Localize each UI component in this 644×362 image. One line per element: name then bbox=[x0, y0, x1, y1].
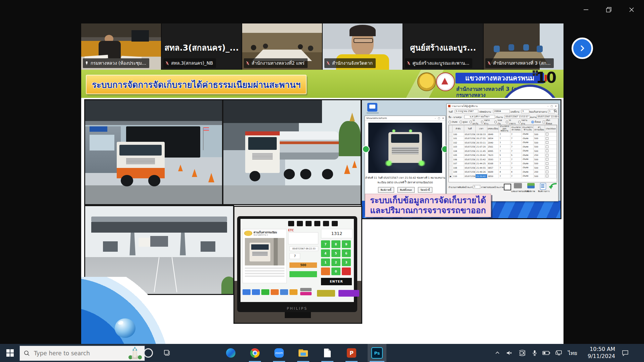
kiosk-function-button bbox=[252, 289, 260, 295]
filter-radio: ทั้งหมด bbox=[531, 120, 541, 124]
canopy bbox=[85, 100, 222, 121]
search-input[interactable] bbox=[33, 350, 124, 357]
numpad-key: 7 bbox=[321, 240, 330, 248]
mic-off-icon bbox=[246, 61, 250, 65]
taskbar-zoom[interactable]: zoom bbox=[271, 344, 287, 362]
filter-radio: รถราชการ bbox=[506, 119, 516, 125]
taskbar-edge[interactable] bbox=[223, 344, 239, 362]
glasses bbox=[354, 38, 373, 43]
numpad-key: 8 bbox=[331, 240, 340, 248]
toll-booth bbox=[85, 126, 121, 173]
job-value: 3 bbox=[521, 110, 529, 113]
kiosk-datetime: 05/07/2567 09:22:33 bbox=[289, 246, 318, 251]
pin-icon bbox=[85, 61, 89, 65]
desktop-icon bbox=[367, 103, 377, 112]
maximize-icon: ▢ bbox=[438, 117, 440, 120]
print-this-image-button: พิมพ์ภาพนี้ bbox=[378, 187, 394, 193]
photo-per-page-label: ภาพถ่ายช่องหน้าละภาพ bbox=[481, 186, 503, 189]
date-label: วันที่ bbox=[448, 110, 452, 114]
video-tile-4[interactable]: สำนักงานจังหวัดตาก bbox=[323, 23, 402, 70]
record-row: 10705/07/256721:44:25816877เงินสด500 bbox=[449, 162, 557, 166]
monitor-brand: PHILIPS bbox=[237, 306, 357, 311]
wheel bbox=[322, 169, 333, 179]
tray-language-indicator[interactable]: ไทย bbox=[566, 344, 580, 362]
taskbar-file-explorer[interactable] bbox=[295, 344, 311, 362]
kiosk-function-buttons bbox=[240, 288, 354, 299]
row-checkbox bbox=[546, 158, 548, 161]
numpad-key: 6 bbox=[342, 249, 351, 257]
tray-microphone-icon[interactable] bbox=[529, 344, 540, 362]
kiosk-function-button bbox=[300, 288, 312, 291]
truck-cab bbox=[117, 142, 165, 178]
video-tile-6[interactable]: สำนักงานทางหลวงที่ 3 (สก... bbox=[484, 23, 564, 70]
vehicle-form-title: ShowVehicleForm bbox=[366, 117, 387, 120]
tray-action-center[interactable] bbox=[618, 344, 633, 362]
department-seal-logo bbox=[417, 72, 436, 91]
tray-show-hidden-icons[interactable] bbox=[492, 344, 502, 362]
layout-box-icon bbox=[504, 184, 511, 190]
kiosk-screen: ด่านเก็บค่าธรรมเนียม สะพานมิตรภาพ 3 bbox=[240, 219, 354, 302]
record-row: 10105/07/256720:27:55085477เงินสด500 bbox=[449, 136, 557, 141]
video-tile-2[interactable]: สทล.3(สกลนคร)_... สทล.3(สกลนคร)_NB bbox=[162, 23, 241, 70]
restore-button[interactable] bbox=[603, 4, 614, 15]
taskbar-document[interactable] bbox=[319, 344, 335, 362]
cortana-button[interactable] bbox=[140, 344, 156, 362]
enter-key: ENTER bbox=[321, 278, 352, 285]
document-icon bbox=[324, 349, 331, 357]
tray-camera-icon[interactable] bbox=[517, 344, 528, 362]
row-checkbox bbox=[546, 141, 548, 144]
payment-filter-radios: เงินสดคูปองรถยกเว้นรถฝากชำระรถงดเว้นรถรา… bbox=[448, 120, 556, 124]
start-value: 05/07/2567 13:53:57 bbox=[504, 115, 530, 119]
traffic-cone bbox=[208, 173, 214, 182]
filter-radio: คูปอง bbox=[460, 120, 468, 124]
tray-network-icon[interactable] bbox=[553, 344, 565, 362]
photo-tanker-truck bbox=[222, 99, 362, 205]
tray-battery-icon[interactable] bbox=[541, 344, 552, 362]
video-tile-3[interactable]: สำนักงานทางหลวงที่2 แพร่ bbox=[242, 23, 322, 70]
taskbar-search[interactable] bbox=[19, 346, 145, 361]
tray-clock[interactable]: 10:50 AM 9/11/2024 bbox=[582, 344, 615, 362]
minimize-icon: – bbox=[435, 117, 436, 120]
record-row: 10005/07/256719:58:33084977เงินสด500 bbox=[449, 132, 557, 136]
records-table: ลำดับวันที่เวลาเลขทะเบียนประเภทรถออกพนัก… bbox=[449, 125, 557, 178]
start-button[interactable] bbox=[2, 344, 18, 362]
kiosk-function-button bbox=[271, 289, 279, 295]
task-view-button[interactable] bbox=[159, 344, 175, 362]
thai-flag bbox=[204, 127, 209, 131]
wheel bbox=[121, 175, 133, 186]
print-list-button: พิมพ์รายการ bbox=[538, 190, 550, 193]
slide-title-banner: ระบบการจัดการจัดเก็บรายได้ค่าธรรมเนียมผ่… bbox=[86, 75, 307, 94]
task-view-icon bbox=[163, 349, 171, 357]
trees bbox=[339, 121, 361, 156]
edge-icon bbox=[226, 348, 235, 358]
close-icon: ✕ bbox=[442, 117, 444, 120]
printer-icon bbox=[514, 183, 522, 188]
video-tile-1[interactable]: กรมทางหลวง (ห้องประชุม... bbox=[81, 23, 161, 70]
powerpoint-icon: P bbox=[347, 348, 356, 358]
next-participants-button[interactable] bbox=[572, 38, 593, 59]
photo-toll-booth-truck bbox=[84, 99, 223, 205]
print-count-value: 1 bbox=[473, 185, 480, 189]
prev-vehicle-arrow bbox=[362, 145, 370, 153]
tray-volume-muted-icon[interactable] bbox=[504, 344, 515, 362]
mic-off-icon bbox=[326, 61, 330, 65]
taskbar-photoshop[interactable]: Ps bbox=[368, 344, 386, 362]
minimize-button[interactable] bbox=[580, 4, 592, 15]
traffic-cone bbox=[178, 165, 183, 171]
file-explorer-icon bbox=[299, 349, 308, 357]
close-button[interactable] bbox=[626, 4, 637, 15]
filter-radio: รถงดเว้น bbox=[494, 119, 504, 125]
taskbar-powerpoint[interactable]: P bbox=[343, 344, 360, 362]
taskbar-chrome[interactable] bbox=[247, 344, 263, 362]
record-row: 10405/07/256721:11:45699577เงินสด500 bbox=[449, 149, 557, 153]
record-row: 10905/07/256721:48:26668944เงินสด200 bbox=[449, 170, 557, 174]
search-icon bbox=[24, 350, 30, 356]
truck-cab bbox=[245, 131, 279, 173]
print-all-button: พิมพ์ทั้งหมด bbox=[397, 187, 415, 193]
video-tile-5[interactable]: ศูนย์สร้างและบูร... ศูนย์สร้างและบูรณะสะ… bbox=[403, 23, 483, 70]
filter-radio: เงินสด bbox=[448, 120, 458, 124]
row-checkbox bbox=[546, 145, 548, 148]
participant-name-center: ศูนย์สร้างและบูร... bbox=[403, 41, 483, 54]
staff-label: รหัสพนักงาน bbox=[479, 110, 491, 114]
green-light bbox=[384, 160, 393, 166]
